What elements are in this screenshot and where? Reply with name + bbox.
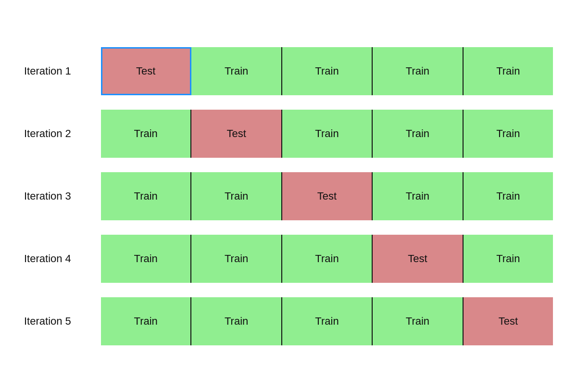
fold-iter4-pos2: Train [191,235,282,283]
iteration-label-5: Iteration 5 [24,315,101,328]
fold-iter1-pos1: Test [101,47,191,95]
fold-iter1-pos4: Train [373,47,463,95]
fold-container-5: TrainTrainTrainTrainTest [101,297,553,345]
fold-iter5-pos4: Train [373,297,463,345]
iteration-label-4: Iteration 4 [24,253,101,265]
fold-iter5-pos3: Train [282,297,373,345]
fold-iter1-pos2: Train [191,47,282,95]
fold-container-2: TrainTestTrainTrainTrain [101,110,553,158]
fold-iter3-pos4: Train [373,172,463,220]
fold-iter2-pos1: Train [101,110,191,158]
iteration-label-3: Iteration 3 [24,190,101,202]
fold-container-3: TrainTrainTestTrainTrain [101,172,553,220]
fold-iter3-pos5: Train [464,172,553,220]
fold-iter4-pos4: Test [373,235,463,283]
iteration-row-4: Iteration 4TrainTrainTrainTestTrain [24,228,553,290]
fold-container-4: TrainTrainTrainTestTrain [101,235,553,283]
fold-iter2-pos2: Test [191,110,282,158]
fold-iter4-pos5: Train [464,235,553,283]
fold-iter1-pos3: Train [282,47,373,95]
iteration-row-2: Iteration 2TrainTestTrainTrainTrain [24,102,553,165]
fold-iter4-pos3: Train [282,235,373,283]
cross-validation-diagram: Iteration 1TestTrainTrainTrainTrainItera… [24,40,553,353]
fold-iter5-pos5: Test [464,297,553,345]
iteration-label-2: Iteration 2 [24,127,101,140]
fold-iter3-pos2: Train [191,172,282,220]
iteration-row-1: Iteration 1TestTrainTrainTrainTrain [24,40,553,102]
iteration-row-5: Iteration 5TrainTrainTrainTrainTest [24,290,553,353]
iteration-label-1: Iteration 1 [24,65,101,77]
fold-iter2-pos5: Train [464,110,553,158]
fold-iter4-pos1: Train [101,235,191,283]
fold-container-1: TestTrainTrainTrainTrain [101,47,553,95]
fold-iter3-pos3: Test [282,172,373,220]
fold-iter1-pos5: Train [464,47,553,95]
fold-iter2-pos4: Train [373,110,463,158]
fold-iter5-pos2: Train [191,297,282,345]
fold-iter3-pos1: Train [101,172,191,220]
fold-iter5-pos1: Train [101,297,191,345]
iteration-row-3: Iteration 3TrainTrainTestTrainTrain [24,165,553,228]
fold-iter2-pos3: Train [282,110,373,158]
